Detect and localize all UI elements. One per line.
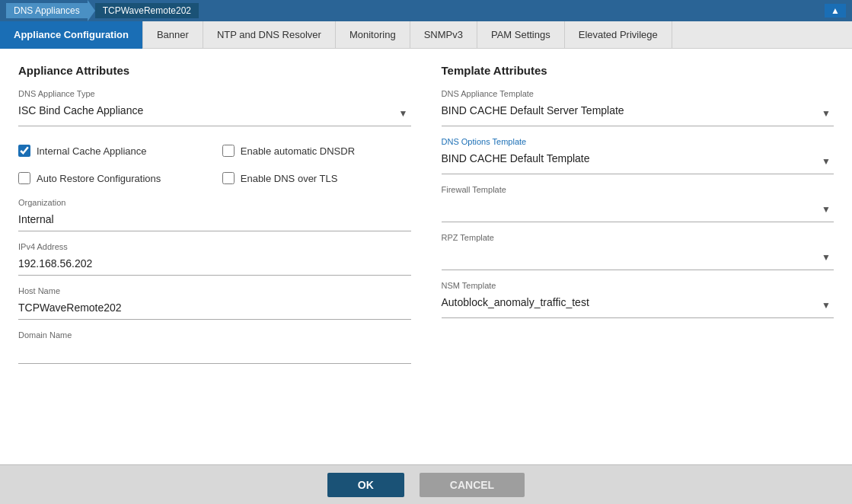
- template-attributes-title: Template Attributes: [442, 64, 834, 77]
- rpz-template-value: [442, 245, 834, 266]
- checkbox-enable-dnsdr[interactable]: Enable automatic DNSDR: [222, 145, 411, 157]
- tab-bar: Appliance Configuration Banner NTP and D…: [0, 21, 852, 49]
- firewall-template-arrow: ▼: [822, 204, 831, 215]
- tab-elevated-privilege[interactable]: Elevated Privilege: [565, 21, 672, 49]
- dns-options-template-value: BIND CACHE Default Template: [442, 149, 834, 171]
- nsm-template-label: NSM Template: [442, 281, 834, 290]
- organization-value[interactable]: Internal: [18, 210, 411, 231]
- nsm-template-arrow: ▼: [822, 300, 831, 311]
- tab-banner[interactable]: Banner: [143, 21, 203, 49]
- checkboxes-grid: Internal Cache Appliance Enable automati…: [18, 136, 411, 187]
- checkbox-internal-cache-input[interactable]: [18, 145, 30, 157]
- checkbox-enable-dns-tls-input[interactable]: [222, 172, 235, 184]
- main-content: Appliance Attributes DNS Appliance Type …: [0, 49, 852, 464]
- left-column: Appliance Attributes DNS Appliance Type …: [18, 64, 411, 449]
- breadcrumb-separator: [88, 0, 95, 21]
- firewall-template-value: [442, 197, 834, 219]
- tab-pam-settings[interactable]: PAM Settings: [477, 21, 565, 49]
- firewall-template-label: Firewall Template: [442, 185, 834, 194]
- breadcrumb-bar: DNS Appliances TCPWaveRemote202 ▲: [0, 0, 852, 21]
- checkbox-enable-dnsdr-input[interactable]: [222, 145, 235, 157]
- dns-appliance-type-label: DNS Appliance Type: [18, 89, 411, 98]
- checkbox-auto-restore[interactable]: Auto Restore Configurations: [18, 172, 207, 184]
- footer-bar: OK CANCEL: [0, 464, 852, 504]
- dns-options-template-select[interactable]: BIND CACHE Default Template ▼: [442, 149, 834, 174]
- top-right-button[interactable]: ▲: [825, 4, 846, 18]
- ipv4-value[interactable]: 192.168.56.202: [18, 254, 411, 276]
- tab-ntp-dns-resolver[interactable]: NTP and DNS Resolver: [203, 21, 336, 49]
- checkbox-auto-restore-input[interactable]: [18, 172, 30, 184]
- dns-appliance-type-select[interactable]: ISC Bind Cache Appliance ▼: [18, 101, 411, 126]
- dns-appliance-template-arrow: ▼: [822, 108, 831, 119]
- breadcrumb-item-dns-appliances[interactable]: DNS Appliances: [6, 3, 88, 18]
- dns-appliance-template-select[interactable]: BIND CACHE Default Server Template ▼: [442, 101, 834, 126]
- hostname-label: Host Name: [18, 286, 411, 295]
- dns-appliance-template-value: BIND CACHE Default Server Template: [442, 101, 834, 123]
- nsm-template-select[interactable]: Autoblock_anomaly_traffic_test ▼: [442, 293, 834, 318]
- tab-monitoring[interactable]: Monitoring: [336, 21, 410, 49]
- cancel-button[interactable]: CANCEL: [420, 473, 525, 497]
- dns-options-template-label[interactable]: DNS Options Template: [442, 137, 834, 146]
- checkbox-enable-dns-tls[interactable]: Enable DNS over TLS: [222, 172, 411, 184]
- domain-value[interactable]: [18, 343, 411, 364]
- rpz-template-select[interactable]: ▼: [442, 245, 834, 270]
- ipv4-label: IPv4 Address: [18, 242, 411, 251]
- tab-appliance-configuration[interactable]: Appliance Configuration: [0, 21, 143, 49]
- right-column: Template Attributes DNS Appliance Templa…: [442, 64, 834, 449]
- rpz-template-label: RPZ Template: [442, 233, 834, 242]
- domain-label: Domain Name: [18, 330, 411, 340]
- dns-options-template-arrow: ▼: [822, 156, 831, 167]
- tab-snmpv3[interactable]: SNMPv3: [410, 21, 477, 49]
- checkbox-internal-cache[interactable]: Internal Cache Appliance: [18, 145, 207, 157]
- nsm-template-value: Autoblock_anomaly_traffic_test: [442, 293, 834, 314]
- organization-label: Organization: [18, 198, 411, 207]
- rpz-template-arrow: ▼: [822, 252, 831, 263]
- firewall-template-select[interactable]: ▼: [442, 197, 834, 222]
- breadcrumb-item-current[interactable]: TCPWaveRemote202: [95, 3, 199, 18]
- dns-appliance-template-label: DNS Appliance Template: [442, 89, 834, 98]
- appliance-attributes-title: Appliance Attributes: [18, 64, 411, 77]
- dns-appliance-type-value: ISC Bind Cache Appliance: [18, 101, 411, 123]
- dns-appliance-type-arrow: ▼: [399, 108, 408, 119]
- ok-button[interactable]: OK: [327, 473, 404, 497]
- hostname-value[interactable]: TCPWaveRemote202: [18, 298, 411, 320]
